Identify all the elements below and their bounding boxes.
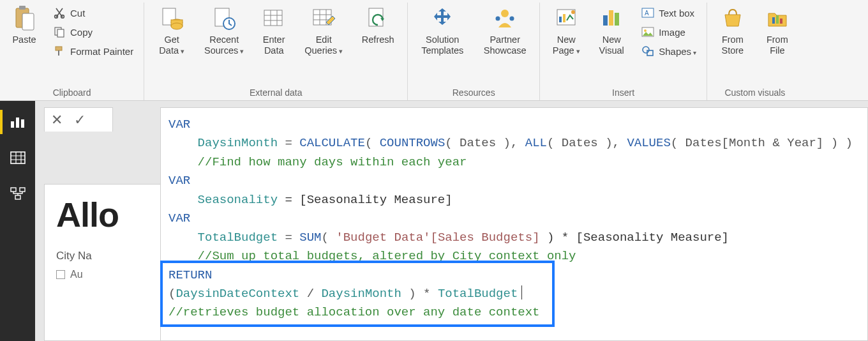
- svg-rect-41: [11, 188, 16, 192]
- svg-rect-6: [57, 29, 64, 37]
- refresh-icon: [364, 5, 391, 32]
- svg-point-32: [643, 47, 649, 53]
- svg-point-19: [496, 17, 500, 21]
- ribbon-group-insert-title: Insert: [545, 85, 701, 100]
- from-file-label1: From: [767, 34, 788, 45]
- new-page-button[interactable]: New Page: [545, 3, 587, 58]
- checkbox-icon[interactable]: [56, 270, 65, 279]
- partner-showcase-icon: [491, 5, 518, 32]
- svg-rect-17: [369, 8, 383, 26]
- refresh-button[interactable]: Refresh: [354, 3, 402, 47]
- new-page-label1: New: [557, 34, 576, 45]
- svg-point-24: [571, 10, 575, 14]
- ribbon-group-custom-visuals: From Store From File Custom visuals: [707, 3, 803, 100]
- formula-commit-button[interactable]: ✓: [74, 112, 86, 128]
- enter-data-button[interactable]: Enter Data: [254, 3, 294, 58]
- new-visual-icon: [598, 5, 625, 32]
- get-data-icon: [158, 5, 185, 32]
- ribbon-group-resources: Solution Templates Partner Showcase Reso…: [408, 3, 540, 100]
- enter-data-label1: Enter: [263, 34, 285, 45]
- view-report-button[interactable]: [7, 112, 29, 132]
- slicer-item-label: Au: [70, 269, 83, 280]
- dax-comment1: //Find how many days within each year: [168, 155, 467, 169]
- copy-button[interactable]: Copy: [47, 23, 138, 41]
- format-painter-button[interactable]: Format Painter: [47, 42, 138, 60]
- ribbon-group-external-data: Get Data Recent Sources Enter Data: [144, 3, 408, 100]
- new-visual-label1: New: [602, 34, 621, 45]
- page-title: Allo: [56, 195, 154, 234]
- dax-comment2: //Sum up total budgets, altered by City …: [168, 249, 576, 263]
- dax-kw-var2: VAR: [168, 174, 190, 188]
- enter-data-icon: [260, 5, 287, 32]
- from-store-label1: From: [722, 34, 744, 45]
- svg-rect-7: [56, 47, 62, 50]
- view-model-button[interactable]: [7, 184, 29, 203]
- from-store-button[interactable]: From Store: [712, 3, 753, 58]
- paste-label: Paste: [12, 34, 36, 45]
- ribbon-group-external-data-title: External data: [149, 85, 402, 100]
- dax-code[interactable]: VAR DaysinMonth = CALCULATE( COUNTROWS( …: [168, 116, 867, 322]
- from-store-label2: Store: [722, 45, 744, 56]
- svg-point-18: [501, 10, 509, 17]
- partner-showcase-button[interactable]: Partner Showcase: [475, 3, 534, 58]
- view-data-button[interactable]: [7, 148, 29, 167]
- cut-label: Cut: [70, 8, 85, 19]
- from-file-button[interactable]: From File: [757, 3, 798, 58]
- dax-var-totalbudget: TotalBudget: [168, 231, 278, 245]
- svg-rect-22: [559, 17, 562, 22]
- paste-button[interactable]: Paste: [5, 3, 43, 47]
- new-visual-button[interactable]: New Visual: [591, 3, 632, 58]
- slicer-label: City Na: [56, 250, 154, 262]
- textbox-button[interactable]: A Text box: [636, 4, 701, 22]
- shapes-label: Shapes: [659, 46, 696, 57]
- dax-kw-var1: VAR: [168, 117, 190, 132]
- copy-icon: [52, 25, 66, 39]
- report-page-surface[interactable]: Allo City Na Au: [44, 184, 162, 341]
- svg-rect-15: [264, 10, 282, 26]
- svg-rect-26: [609, 10, 613, 26]
- svg-point-12: [171, 23, 183, 29]
- svg-rect-34: [772, 17, 775, 24]
- svg-rect-27: [615, 13, 619, 26]
- view-rail: [0, 101, 35, 341]
- svg-rect-42: [20, 188, 25, 192]
- recent-sources-button[interactable]: Recent Sources: [198, 3, 250, 58]
- partner-showcase-label2: Showcase: [484, 45, 527, 56]
- dax-var-seasonality: Seasonality: [168, 193, 278, 207]
- recent-sources-label1: Recent: [209, 34, 239, 45]
- svg-rect-39: [21, 119, 24, 128]
- edit-queries-button[interactable]: Edit Queries: [297, 3, 350, 58]
- image-button[interactable]: Image: [636, 23, 701, 41]
- svg-rect-40: [11, 152, 25, 163]
- slicer-item[interactable]: Au: [56, 269, 154, 280]
- new-page-label2: Page: [553, 45, 580, 56]
- ribbon-group-clipboard: Paste Cut Copy: [0, 3, 144, 100]
- solution-templates-icon: [429, 5, 456, 32]
- recent-sources-label2: Sources: [204, 45, 244, 56]
- get-data-label2: Data: [159, 45, 184, 56]
- new-visual-label2: Visual: [599, 45, 624, 56]
- solution-templates-button[interactable]: Solution Templates: [413, 3, 472, 58]
- svg-text:A: A: [645, 10, 649, 17]
- shapes-button[interactable]: Shapes: [636, 42, 701, 60]
- formula-editor[interactable]: VAR DaysinMonth = CALCULATE( COUNTROWS( …: [160, 107, 868, 341]
- edit-queries-label1: Edit: [316, 34, 332, 45]
- solution-templates-label1: Solution: [426, 34, 459, 45]
- dax-kw-var3: VAR: [168, 211, 190, 225]
- textbox-label: Text box: [659, 8, 694, 19]
- dax-kw-return: RETURN: [168, 268, 212, 282]
- from-file-label2: File: [770, 45, 784, 56]
- cut-button[interactable]: Cut: [47, 4, 138, 22]
- from-store-icon: [719, 5, 746, 32]
- dax-var-daysinmonth: DaysinMonth: [168, 136, 278, 150]
- get-data-button[interactable]: Get Data: [149, 3, 194, 58]
- new-page-icon: [553, 5, 580, 32]
- cut-icon: [52, 6, 66, 20]
- copy-label: Copy: [70, 27, 93, 38]
- from-file-icon: [764, 5, 791, 32]
- partner-showcase-label1: Partner: [490, 34, 520, 45]
- svg-rect-25: [603, 15, 608, 26]
- formula-cancel-button[interactable]: ✕: [51, 112, 63, 128]
- image-icon: [641, 25, 655, 39]
- get-data-label1: Get: [165, 34, 179, 45]
